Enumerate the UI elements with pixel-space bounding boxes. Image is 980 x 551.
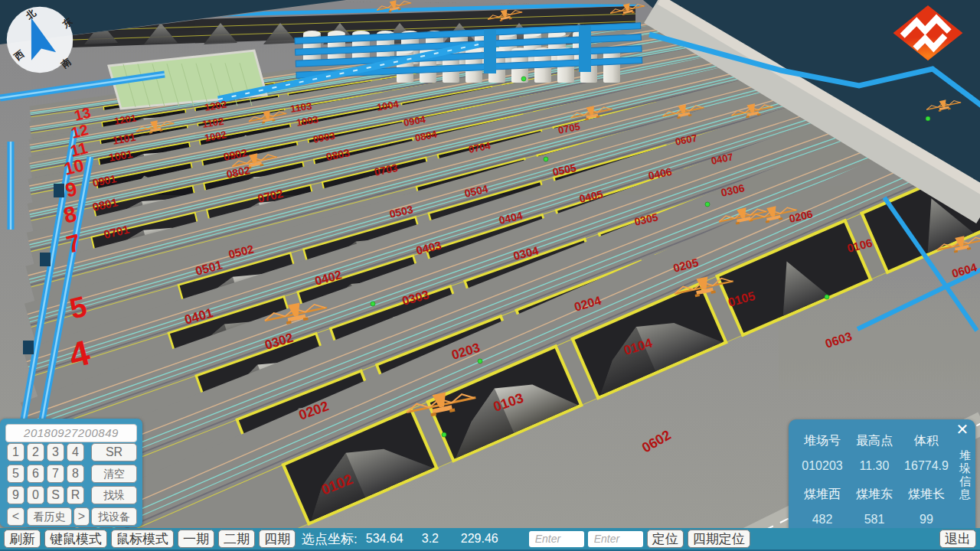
timestamp-display[interactable]: 20180927200849 [5, 424, 137, 442]
keypad-button[interactable]: 看历史 [27, 507, 72, 526]
toolbar-button-5[interactable]: 四期 [259, 530, 296, 548]
status-dot [705, 202, 710, 207]
info-value: 99 [900, 513, 952, 527]
keypad-button[interactable]: 2 [27, 443, 44, 461]
coord-label: 选点坐标: [302, 530, 358, 548]
info-header: 体积 [900, 433, 952, 449]
info-value: 581 [848, 513, 900, 527]
phase4-locate-button[interactable]: 四期定位 [688, 530, 750, 548]
keypad-button[interactable]: > [74, 507, 90, 526]
keypad-button[interactable]: 8 [67, 465, 84, 483]
keypad-button[interactable]: 清空 [91, 465, 137, 483]
keypad-button[interactable]: 找垛 [91, 486, 137, 504]
keypad-button[interactable]: 5 [7, 465, 24, 483]
keypad-button[interactable]: < [7, 507, 24, 526]
company-logo [890, 5, 966, 61]
coord-value-z: 229.46 [461, 532, 514, 546]
pile-info-values: 48258199 [796, 513, 952, 527]
toolbar-button-4[interactable]: 二期 [218, 530, 255, 548]
side-label-char: 垛 [959, 461, 972, 474]
keypad-button[interactable]: 3 [47, 443, 64, 461]
status-dot [442, 432, 446, 437]
compass[interactable]: 北东西南 [4, 4, 76, 76]
info-value: 16774.9 [900, 459, 952, 473]
keypad-button[interactable]: 0 [27, 486, 44, 504]
side-label-char: 息 [959, 487, 972, 500]
exit-button[interactable]: 退出 [939, 530, 976, 548]
keypad-button[interactable]: 找设备 [91, 507, 137, 526]
pile-info-panel: ✕ 堆场号最高点体积01020311.3016774.9煤堆西煤堆东煤堆长482… [789, 419, 975, 542]
bottom-toolbar: 刷新键鼠模式鼠标模式一期二期四期选点坐标:534.643.2229.46定位四期… [0, 528, 980, 551]
toolbar-button-2[interactable]: 鼠标模式 [111, 530, 174, 548]
status-dot [521, 77, 526, 81]
pile-info-values: 01020311.3016774.9 [796, 459, 952, 473]
info-value: 010203 [796, 459, 848, 473]
status-dot [825, 295, 829, 299]
info-value: 11.30 [848, 459, 900, 473]
info-header: 堆场号 [796, 433, 848, 449]
side-label-char: 堆 [959, 448, 972, 461]
keypad-button[interactable]: S [47, 486, 64, 504]
coord-value-y: 3.2 [422, 532, 452, 546]
keypad-button[interactable]: 1 [7, 443, 24, 461]
status-dot [544, 157, 548, 161]
keypad-button[interactable]: R [67, 486, 84, 504]
locate-button[interactable]: 定位 [647, 530, 684, 548]
info-header: 煤堆长 [900, 487, 952, 503]
toolbar-button-3[interactable]: 一期 [178, 530, 214, 548]
status-dot [478, 359, 482, 364]
status-dot [371, 302, 375, 306]
keypad-button[interactable]: 7 [47, 465, 64, 483]
keypad-panel: 20180927200849 1234SR5678清空90SR找垛<看历史>找设… [0, 419, 142, 527]
app-root: 1202120111031102110110041003100210010904… [0, 0, 980, 551]
info-header: 最高点 [848, 433, 900, 449]
status-dot [926, 116, 930, 121]
coord-input-2[interactable] [588, 531, 643, 547]
pile-info-headers: 煤堆西煤堆东煤堆长 [796, 487, 952, 503]
keypad-button[interactable]: 6 [27, 465, 44, 483]
panel-side-label: 堆垛信息 [959, 448, 972, 500]
info-header: 煤堆东 [848, 487, 900, 503]
toolbar-button-0[interactable]: 刷新 [4, 530, 41, 548]
close-icon[interactable]: ✕ [954, 421, 971, 438]
toolbar-button-1[interactable]: 键鼠模式 [44, 530, 107, 548]
keypad-button[interactable]: SR [91, 443, 137, 461]
keypad-button[interactable]: 9 [7, 486, 24, 504]
info-header: 煤堆西 [796, 487, 848, 503]
info-value: 482 [796, 513, 848, 527]
pile-info-headers: 堆场号最高点体积 [796, 433, 952, 449]
coord-input-1[interactable] [529, 531, 584, 547]
keypad-button[interactable]: 4 [67, 443, 84, 461]
coord-value-x: 534.64 [366, 532, 413, 546]
side-label-char: 信 [959, 474, 972, 487]
